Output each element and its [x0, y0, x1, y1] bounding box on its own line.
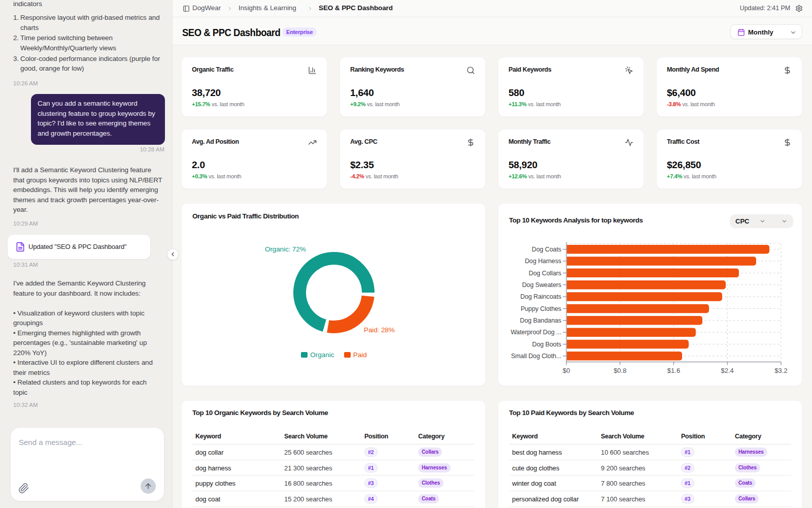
svg-text:Dog Collars: Dog Collars [529, 270, 561, 277]
svg-text:Dog Harness: Dog Harness [525, 258, 561, 265]
svg-text:$0: $0 [563, 367, 570, 374]
svg-text:$0.8: $0.8 [614, 367, 626, 374]
svg-text:Dog Coats: Dog Coats [532, 246, 561, 253]
svg-text:Waterproof Dog ...: Waterproof Dog ... [511, 329, 561, 336]
svg-text:$3.2: $3.2 [774, 367, 787, 374]
svg-text:$2.4: $2.4 [721, 367, 734, 374]
svg-text:Dog Bandanas: Dog Bandanas [520, 317, 561, 324]
svg-text:Dog Boots: Dog Boots [532, 341, 561, 348]
svg-text:Dog Raincoats: Dog Raincoats [520, 293, 561, 300]
svg-text:Dog Sweaters: Dog Sweaters [522, 281, 561, 289]
svg-text:$1.6: $1.6 [667, 367, 680, 374]
svg-text:Small Dog Cloth...: Small Dog Cloth... [511, 353, 561, 360]
svg-text:Puppy Clothes: Puppy Clothes [521, 305, 561, 312]
